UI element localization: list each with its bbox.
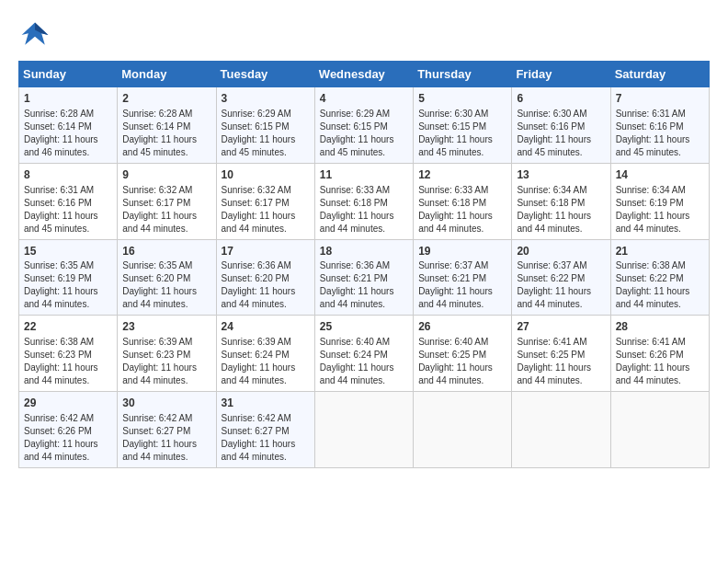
calendar-cell: 19Sunrise: 6:37 AM Sunset: 6:21 PM Dayli… xyxy=(414,239,512,316)
day-number: 5 xyxy=(418,91,506,107)
day-number: 26 xyxy=(418,319,506,335)
weekday-header-monday: Monday xyxy=(118,62,216,87)
weekday-header-thursday: Thursday xyxy=(414,62,512,87)
calendar-cell: 27Sunrise: 6:41 AM Sunset: 6:25 PM Dayli… xyxy=(512,316,610,392)
calendar-cell: 17Sunrise: 6:36 AM Sunset: 6:20 PM Dayli… xyxy=(216,239,314,316)
day-info: Sunrise: 6:33 AM Sunset: 6:18 PM Dayligh… xyxy=(418,184,506,236)
day-number: 14 xyxy=(616,167,704,183)
calendar-week-row: 1Sunrise: 6:28 AM Sunset: 6:14 PM Daylig… xyxy=(19,87,710,164)
day-info: Sunrise: 6:41 AM Sunset: 6:25 PM Dayligh… xyxy=(517,336,605,387)
day-info: Sunrise: 6:42 AM Sunset: 6:27 PM Dayligh… xyxy=(122,412,210,464)
day-number: 27 xyxy=(517,319,605,335)
day-info: Sunrise: 6:30 AM Sunset: 6:15 PM Dayligh… xyxy=(418,108,506,159)
calendar-cell: 14Sunrise: 6:34 AM Sunset: 6:19 PM Dayli… xyxy=(610,163,709,239)
calendar-cell: 8Sunrise: 6:31 AM Sunset: 6:16 PM Daylig… xyxy=(19,163,118,239)
day-number: 15 xyxy=(24,244,112,259)
calendar-cell: 1Sunrise: 6:28 AM Sunset: 6:14 PM Daylig… xyxy=(19,87,118,164)
day-info: Sunrise: 6:37 AM Sunset: 6:22 PM Dayligh… xyxy=(517,259,605,311)
day-info: Sunrise: 6:30 AM Sunset: 6:16 PM Dayligh… xyxy=(517,108,605,159)
logo xyxy=(18,18,55,52)
day-info: Sunrise: 6:41 AM Sunset: 6:26 PM Dayligh… xyxy=(616,336,704,387)
calendar-cell: 12Sunrise: 6:33 AM Sunset: 6:18 PM Dayli… xyxy=(414,163,512,239)
weekday-header-row: SundayMondayTuesdayWednesdayThursdayFrid… xyxy=(19,62,710,87)
calendar-cell: 25Sunrise: 6:40 AM Sunset: 6:24 PM Dayli… xyxy=(314,316,413,392)
weekday-header-sunday: Sunday xyxy=(19,62,118,87)
day-number: 20 xyxy=(517,244,605,259)
calendar-cell: 18Sunrise: 6:36 AM Sunset: 6:21 PM Dayli… xyxy=(314,239,413,316)
day-number: 25 xyxy=(320,319,408,335)
calendar-table: SundayMondayTuesdayWednesdayThursdayFrid… xyxy=(18,61,710,468)
calendar-cell: 13Sunrise: 6:34 AM Sunset: 6:18 PM Dayli… xyxy=(512,163,610,239)
calendar-cell xyxy=(512,392,610,468)
day-info: Sunrise: 6:31 AM Sunset: 6:16 PM Dayligh… xyxy=(24,184,112,236)
day-info: Sunrise: 6:36 AM Sunset: 6:20 PM Dayligh… xyxy=(222,259,310,311)
calendar-cell: 9Sunrise: 6:32 AM Sunset: 6:17 PM Daylig… xyxy=(118,163,216,239)
day-info: Sunrise: 6:42 AM Sunset: 6:27 PM Dayligh… xyxy=(222,412,310,464)
calendar-cell: 28Sunrise: 6:41 AM Sunset: 6:26 PM Dayli… xyxy=(610,316,709,392)
page-header xyxy=(18,18,710,52)
calendar-cell: 29Sunrise: 6:42 AM Sunset: 6:26 PM Dayli… xyxy=(19,392,118,468)
calendar-cell: 5Sunrise: 6:30 AM Sunset: 6:15 PM Daylig… xyxy=(414,87,512,164)
day-info: Sunrise: 6:37 AM Sunset: 6:21 PM Dayligh… xyxy=(418,259,506,311)
calendar-cell: 22Sunrise: 6:38 AM Sunset: 6:23 PM Dayli… xyxy=(19,316,118,392)
day-info: Sunrise: 6:31 AM Sunset: 6:16 PM Dayligh… xyxy=(616,108,704,159)
day-number: 13 xyxy=(517,167,605,183)
day-info: Sunrise: 6:38 AM Sunset: 6:22 PM Dayligh… xyxy=(616,259,704,311)
day-info: Sunrise: 6:36 AM Sunset: 6:21 PM Dayligh… xyxy=(320,259,408,311)
calendar-cell: 15Sunrise: 6:35 AM Sunset: 6:19 PM Dayli… xyxy=(19,239,118,316)
day-info: Sunrise: 6:34 AM Sunset: 6:18 PM Dayligh… xyxy=(517,184,605,236)
day-info: Sunrise: 6:34 AM Sunset: 6:19 PM Dayligh… xyxy=(616,184,704,236)
day-number: 24 xyxy=(222,319,310,335)
calendar-week-row: 8Sunrise: 6:31 AM Sunset: 6:16 PM Daylig… xyxy=(19,163,710,239)
calendar-cell xyxy=(314,392,413,468)
day-number: 28 xyxy=(616,319,704,335)
logo-icon xyxy=(18,18,51,52)
day-number: 7 xyxy=(616,91,704,107)
day-number: 18 xyxy=(320,244,408,259)
calendar-cell: 7Sunrise: 6:31 AM Sunset: 6:16 PM Daylig… xyxy=(610,87,709,164)
day-info: Sunrise: 6:40 AM Sunset: 6:24 PM Dayligh… xyxy=(320,336,408,387)
day-info: Sunrise: 6:32 AM Sunset: 6:17 PM Dayligh… xyxy=(222,184,310,236)
day-number: 1 xyxy=(24,91,112,107)
day-number: 11 xyxy=(320,167,408,183)
calendar-cell: 11Sunrise: 6:33 AM Sunset: 6:18 PM Dayli… xyxy=(314,163,413,239)
day-info: Sunrise: 6:39 AM Sunset: 6:24 PM Dayligh… xyxy=(222,336,310,387)
day-number: 16 xyxy=(122,244,210,259)
day-number: 31 xyxy=(222,396,310,411)
day-number: 10 xyxy=(222,167,310,183)
day-number: 23 xyxy=(122,319,210,335)
calendar-week-row: 22Sunrise: 6:38 AM Sunset: 6:23 PM Dayli… xyxy=(19,316,710,392)
calendar-cell xyxy=(414,392,512,468)
day-info: Sunrise: 6:40 AM Sunset: 6:25 PM Dayligh… xyxy=(418,336,506,387)
calendar-cell: 24Sunrise: 6:39 AM Sunset: 6:24 PM Dayli… xyxy=(216,316,314,392)
day-number: 21 xyxy=(616,244,704,259)
day-number: 9 xyxy=(122,167,210,183)
calendar-cell: 23Sunrise: 6:39 AM Sunset: 6:23 PM Dayli… xyxy=(118,316,216,392)
day-number: 19 xyxy=(418,244,506,259)
day-number: 2 xyxy=(122,91,210,107)
calendar-cell: 2Sunrise: 6:28 AM Sunset: 6:14 PM Daylig… xyxy=(118,87,216,164)
day-info: Sunrise: 6:28 AM Sunset: 6:14 PM Dayligh… xyxy=(24,108,112,159)
day-number: 3 xyxy=(222,91,310,107)
day-info: Sunrise: 6:35 AM Sunset: 6:19 PM Dayligh… xyxy=(24,259,112,311)
day-number: 17 xyxy=(222,244,310,259)
calendar-cell: 31Sunrise: 6:42 AM Sunset: 6:27 PM Dayli… xyxy=(216,392,314,468)
calendar-cell: 20Sunrise: 6:37 AM Sunset: 6:22 PM Dayli… xyxy=(512,239,610,316)
day-number: 4 xyxy=(320,91,408,107)
weekday-header-tuesday: Tuesday xyxy=(216,62,314,87)
weekday-header-friday: Friday xyxy=(512,62,610,87)
calendar-cell: 3Sunrise: 6:29 AM Sunset: 6:15 PM Daylig… xyxy=(216,87,314,164)
calendar-cell: 6Sunrise: 6:30 AM Sunset: 6:16 PM Daylig… xyxy=(512,87,610,164)
day-info: Sunrise: 6:28 AM Sunset: 6:14 PM Dayligh… xyxy=(122,108,210,159)
calendar-week-row: 29Sunrise: 6:42 AM Sunset: 6:26 PM Dayli… xyxy=(19,392,710,468)
calendar-cell: 10Sunrise: 6:32 AM Sunset: 6:17 PM Dayli… xyxy=(216,163,314,239)
weekday-header-saturday: Saturday xyxy=(610,62,709,87)
calendar-cell: 30Sunrise: 6:42 AM Sunset: 6:27 PM Dayli… xyxy=(118,392,216,468)
day-info: Sunrise: 6:29 AM Sunset: 6:15 PM Dayligh… xyxy=(222,108,310,159)
day-info: Sunrise: 6:35 AM Sunset: 6:20 PM Dayligh… xyxy=(122,259,210,311)
day-info: Sunrise: 6:42 AM Sunset: 6:26 PM Dayligh… xyxy=(24,412,112,464)
day-info: Sunrise: 6:38 AM Sunset: 6:23 PM Dayligh… xyxy=(24,336,112,387)
day-number: 6 xyxy=(517,91,605,107)
day-number: 8 xyxy=(24,167,112,183)
calendar-week-row: 15Sunrise: 6:35 AM Sunset: 6:19 PM Dayli… xyxy=(19,239,710,316)
